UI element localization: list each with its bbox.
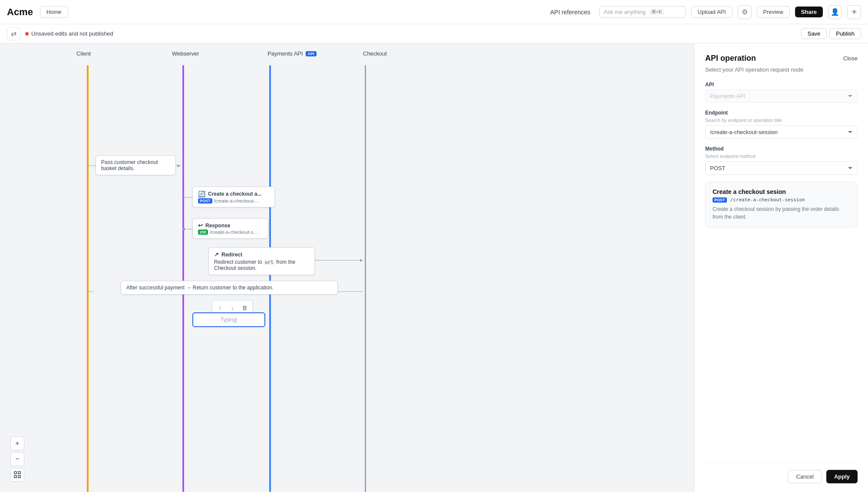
preview-button[interactable]: Preview bbox=[757, 6, 790, 18]
svg-rect-8 bbox=[14, 472, 17, 474]
node-after-payment-text: After successful payment → Return custom… bbox=[126, 285, 274, 291]
cancel-button[interactable]: Cancel bbox=[788, 470, 822, 483]
lane-client-header: Client bbox=[69, 43, 156, 57]
node-pass-customer-text: Pass customer checkout basket details. bbox=[101, 159, 158, 171]
api-card-post-badge: POST bbox=[713, 197, 727, 203]
lane-payments-line bbox=[269, 65, 271, 492]
zoom-in-button[interactable]: + bbox=[10, 436, 24, 450]
delete-button[interactable]: 🗑 bbox=[239, 302, 250, 313]
search-bar[interactable]: Ask me anything ⌘+K bbox=[599, 6, 686, 18]
lane-client: Client bbox=[69, 43, 156, 492]
node-create-checkout[interactable]: 🔄 Create a checkout a... POST /create-a-… bbox=[192, 187, 275, 207]
endpoint-label: Endpoint bbox=[705, 110, 858, 116]
method-select[interactable]: POST GET PUT DELETE PATCH bbox=[705, 161, 858, 175]
upload-api-button[interactable]: Upload API bbox=[691, 6, 733, 18]
api-section: API Payments API bbox=[705, 82, 858, 103]
lane-checkout-line bbox=[365, 65, 366, 492]
lane-client-line bbox=[87, 65, 89, 492]
move-down-button[interactable]: ↓ bbox=[227, 302, 238, 313]
node-typing[interactable]: Typing| bbox=[192, 312, 265, 327]
api-references-label: API references bbox=[550, 9, 591, 16]
zoom-controls: + − bbox=[10, 436, 24, 482]
settings-icon[interactable]: ⚙ bbox=[738, 5, 752, 19]
zoom-out-button[interactable]: − bbox=[10, 452, 24, 466]
save-button[interactable]: Save bbox=[801, 28, 827, 39]
toggle-sidebar-button[interactable]: ⇄ bbox=[7, 27, 20, 40]
method-sublabel: Select endpoint method bbox=[705, 154, 858, 159]
api-card-title: Create a checkout sesion bbox=[713, 188, 850, 195]
api-select[interactable]: Payments API bbox=[705, 89, 858, 103]
lane-payments-header: Payments API API bbox=[261, 43, 352, 57]
node-create-subtitle: POST /create-a-checkout-... bbox=[198, 198, 269, 203]
node-redirect-text: Redirect customer to url from the Checko… bbox=[214, 259, 309, 271]
subtoolbar: ⇄ Unsaved edits and not published Save P… bbox=[0, 24, 868, 43]
theme-icon[interactable]: ☀ bbox=[847, 5, 861, 19]
node-redirect[interactable]: ↗ Redirect Redirect customer to url from… bbox=[208, 247, 315, 275]
method-section: Method Select endpoint method POST GET P… bbox=[705, 146, 858, 175]
search-shortcut: ⌘+K bbox=[649, 9, 664, 15]
api-card-description: Create a checkout session by passing the… bbox=[713, 205, 850, 221]
svg-rect-11 bbox=[18, 476, 20, 478]
app-logo: Acme bbox=[7, 7, 33, 18]
api-card: Create a checkout sesion POST /create-a-… bbox=[705, 182, 858, 227]
main-content: Client Webserver Payments API API bbox=[0, 43, 868, 492]
fit-view-button[interactable] bbox=[10, 468, 24, 482]
unsaved-status: Unsaved edits and not published bbox=[25, 30, 113, 37]
svg-rect-9 bbox=[18, 472, 20, 474]
node-pass-customer[interactable]: Pass customer checkout basket details. bbox=[96, 155, 176, 175]
navbar: Acme Home API references Ask me anything… bbox=[0, 0, 868, 24]
unsaved-text: Unsaved edits and not published bbox=[31, 30, 113, 37]
swimlanes: Client Webserver Payments API API bbox=[0, 43, 694, 492]
panel-header: API operation Close bbox=[705, 54, 858, 63]
lane-webserver-line bbox=[182, 65, 184, 492]
api-label: API bbox=[705, 82, 858, 88]
user-icon[interactable]: 👤 bbox=[828, 5, 842, 19]
lane-checkout: Checkout bbox=[356, 43, 443, 492]
method-label: Method bbox=[705, 146, 858, 152]
unsaved-dot bbox=[25, 32, 29, 36]
close-button[interactable]: Close bbox=[843, 55, 858, 62]
home-button[interactable]: Home bbox=[40, 6, 68, 18]
node-response-subtitle: 200 /create-a-checkout-s... bbox=[198, 230, 263, 235]
endpoint-select[interactable]: /create-a-checkout-session bbox=[705, 125, 858, 139]
panel-footer: Cancel Apply bbox=[705, 462, 858, 483]
api-badge: API bbox=[306, 51, 317, 56]
endpoint-section: Endpoint Search by endpoint or operation… bbox=[705, 110, 858, 139]
post-badge: POST bbox=[198, 198, 212, 203]
node-response[interactable]: ↩ Response 200 /create-a-checkout-s... bbox=[192, 218, 268, 239]
api-card-badge-row: POST /create-a-checkout-session bbox=[713, 197, 850, 203]
lane-webserver-header: Webserver bbox=[165, 43, 252, 57]
200-badge: 200 bbox=[198, 230, 208, 235]
svg-rect-10 bbox=[14, 476, 17, 478]
typing-text: Typing| bbox=[221, 317, 237, 323]
lane-checkout-header: Checkout bbox=[356, 43, 443, 57]
api-card-path: /create-a-checkout-session bbox=[730, 197, 805, 203]
search-placeholder: Ask me anything bbox=[604, 9, 646, 15]
share-button[interactable]: Share bbox=[795, 7, 823, 17]
move-up-button[interactable]: ↑ bbox=[215, 302, 225, 313]
node-response-title: ↩ Response bbox=[198, 222, 263, 229]
publish-button[interactable]: Publish bbox=[829, 28, 861, 39]
panel-title: API operation bbox=[705, 54, 756, 63]
apply-button[interactable]: Apply bbox=[826, 470, 858, 483]
node-redirect-title: ↗ Redirect bbox=[214, 251, 309, 258]
right-panel: API operation Close Select your API oper… bbox=[694, 43, 868, 492]
node-after-payment[interactable]: After successful payment → Return custom… bbox=[121, 281, 338, 295]
panel-subtitle: Select your API operation request node bbox=[705, 66, 858, 73]
endpoint-sublabel: Search by endpoint or operation title bbox=[705, 118, 858, 123]
diagram-area[interactable]: Client Webserver Payments API API bbox=[0, 43, 694, 492]
node-create-title: 🔄 Create a checkout a... bbox=[198, 190, 269, 197]
